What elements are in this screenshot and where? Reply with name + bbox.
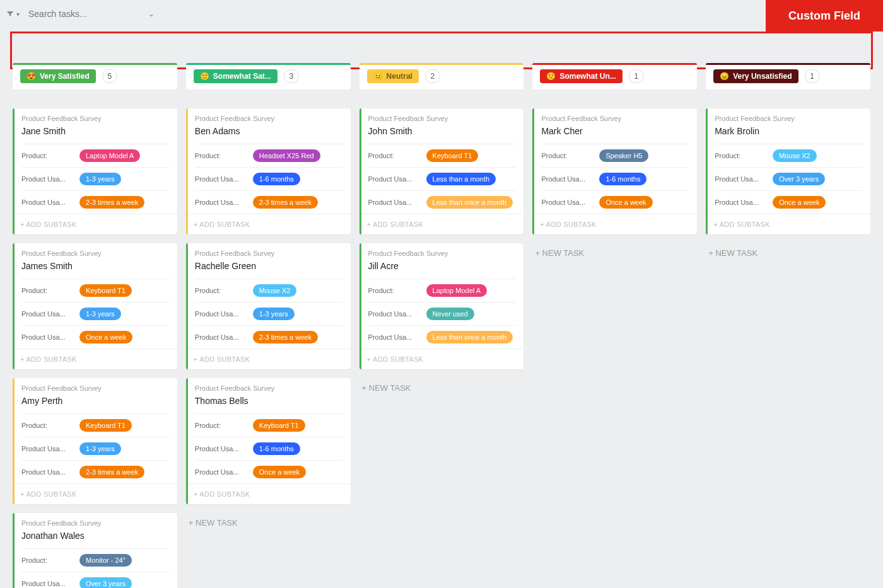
task-card[interactable]: Product Feedback SurveyThomas BellsProdu…: [186, 378, 351, 504]
field-row: Product Usa...1-3 years: [195, 302, 343, 325]
field-pill[interactable]: Monitor - 24": [79, 554, 132, 567]
column-header[interactable]: 🙂Somewhat Sat...3: [186, 63, 351, 89]
field-pill[interactable]: 1-3 years: [79, 173, 121, 185]
field-label: Product:: [368, 152, 418, 159]
field-pill[interactable]: Speaker H5: [599, 149, 648, 162]
field-pill[interactable]: 1-3 years: [253, 308, 295, 320]
card-stripe: [13, 108, 15, 234]
add-subtask-button[interactable]: + ADD SUBTASK: [13, 349, 177, 369]
add-subtask-button[interactable]: + ADD SUBTASK: [186, 214, 351, 234]
field-pill[interactable]: 2-3 times a week: [253, 331, 318, 343]
field-label: Product Usa...: [195, 445, 244, 453]
field-pill[interactable]: 1-6 months: [253, 442, 300, 455]
task-card[interactable]: Product Feedback SurveyJonathan WalesPro…: [13, 513, 177, 588]
status-pill: 🙂Somewhat Sat...: [194, 69, 278, 83]
field-pill[interactable]: Once a week: [79, 331, 132, 343]
column-header[interactable]: 🙁Somewhat Un...1: [532, 63, 697, 89]
card-body: Product Feedback SurveyMark BrolinProduc…: [706, 108, 870, 214]
field-row: Product Usa...Less than once a month: [368, 325, 517, 349]
add-subtask-button[interactable]: + ADD SUBTASK: [13, 483, 177, 504]
field-pill[interactable]: 1-3 years: [79, 442, 121, 455]
card-name: John Smith: [368, 126, 517, 136]
search-chevron-icon[interactable]: ⌄: [148, 9, 155, 18]
field-pill[interactable]: Less than once a month: [426, 196, 513, 209]
card-body: Product Feedback SurveyJill AcreProduct:…: [360, 243, 524, 349]
task-card[interactable]: Product Feedback SurveyJohn SmithProduct…: [360, 108, 524, 234]
field-label: Product Usa...: [195, 468, 244, 476]
card-stripe: [186, 243, 188, 369]
column-header[interactable]: 😠Very Unsatisfied1: [706, 63, 870, 89]
add-subtask-button[interactable]: + ADD SUBTASK: [532, 214, 697, 234]
add-subtask-button[interactable]: + ADD SUBTASK: [186, 483, 351, 504]
field-pill[interactable]: 2-3 times a week: [79, 196, 144, 209]
field-pill[interactable]: Once a week: [599, 196, 652, 209]
field-pill[interactable]: 1-6 months: [253, 173, 300, 185]
custom-field-button[interactable]: Custom Field: [766, 0, 883, 32]
status-pill: 😍Very Satisfied: [20, 69, 96, 83]
task-card[interactable]: Product Feedback SurveyAmy PerthProduct:…: [13, 378, 177, 504]
task-card[interactable]: Product Feedback SurveyBen AdamsProduct:…: [186, 108, 351, 234]
field-label: Product Usa...: [21, 445, 71, 453]
field-label: Product:: [21, 422, 71, 429]
add-subtask-button[interactable]: + ADD SUBTASK: [706, 214, 870, 234]
filter-icon[interactable]: [5, 9, 15, 19]
column-accent: [186, 63, 351, 65]
add-subtask-button[interactable]: + ADD SUBTASK: [186, 349, 351, 369]
field-pill[interactable]: 1-3 years: [79, 308, 121, 320]
task-card[interactable]: Product Feedback SurveyJane SmithProduct…: [13, 108, 177, 234]
field-label: Product Usa...: [195, 175, 244, 183]
new-task-button[interactable]: + NEW TASK: [186, 513, 351, 533]
field-pill[interactable]: Headset X25 Red: [253, 149, 320, 162]
card-body: Product Feedback SurveyMark CherProduct:…: [532, 108, 697, 214]
count-badge: 3: [284, 69, 299, 83]
search-input[interactable]: [28, 9, 123, 19]
field-pill[interactable]: 2-3 times a week: [253, 196, 318, 209]
new-task-button[interactable]: + NEW TASK: [706, 243, 870, 263]
field-pill[interactable]: 2-3 times a week: [79, 466, 144, 478]
field-pill[interactable]: Never used: [426, 308, 474, 320]
add-subtask-button[interactable]: + ADD SUBTASK: [360, 214, 524, 234]
column: 😐Neutral2Product Feedback SurveyJohn Smi…: [360, 63, 524, 398]
task-card[interactable]: Product Feedback SurveyRachelle GreenPro…: [186, 243, 351, 369]
card-survey-label: Product Feedback Survey: [21, 115, 170, 122]
field-pill[interactable]: Keyboard T1: [253, 419, 305, 432]
new-task-button[interactable]: + NEW TASK: [360, 378, 524, 398]
field-pill[interactable]: Keyboard T1: [79, 419, 132, 432]
new-task-button[interactable]: + NEW TASK: [532, 243, 697, 263]
status-emoji-icon: 😠: [720, 72, 729, 81]
field-pill[interactable]: Less than a month: [426, 173, 496, 185]
field-pill[interactable]: Less than once a month: [426, 331, 513, 343]
column-header[interactable]: 😍Very Satisfied5: [13, 63, 177, 89]
field-label: Product Usa...: [21, 175, 71, 183]
field-pill[interactable]: Over 3 years: [79, 577, 132, 588]
task-card[interactable]: Product Feedback SurveyJill AcreProduct:…: [360, 243, 524, 369]
add-subtask-button[interactable]: + ADD SUBTASK: [13, 214, 177, 234]
status-emoji-icon: 🙁: [546, 72, 556, 81]
field-pill[interactable]: Keyboard T1: [426, 149, 479, 162]
field-label: Product:: [21, 556, 71, 564]
field-pill[interactable]: Mouse X2: [253, 284, 297, 297]
field-label: Product Usa...: [195, 310, 244, 318]
card-survey-label: Product Feedback Survey: [541, 115, 689, 122]
topbar: ▾ ⌄: [0, 0, 883, 28]
column-header[interactable]: 😐Neutral2: [360, 63, 524, 89]
field-pill[interactable]: Over 3 years: [773, 173, 825, 185]
filter-chevron-icon[interactable]: ▾: [16, 11, 20, 18]
column-accent: [360, 63, 524, 65]
field-pill[interactable]: Laptop Model A: [79, 149, 140, 162]
task-card[interactable]: Product Feedback SurveyJames SmithProduc…: [13, 243, 177, 369]
add-subtask-button[interactable]: + ADD SUBTASK: [360, 349, 524, 369]
field-pill[interactable]: 1-6 months: [599, 173, 646, 185]
field-label: Product Usa...: [541, 175, 590, 183]
field-pill[interactable]: Once a week: [253, 466, 306, 478]
field-pill[interactable]: Mouse X2: [773, 149, 817, 162]
field-pill[interactable]: Once a week: [773, 196, 826, 209]
task-card[interactable]: Product Feedback SurveyMark CherProduct:…: [532, 108, 697, 234]
field-pill[interactable]: Laptop Model A: [426, 284, 487, 297]
field-pill[interactable]: Keyboard T1: [79, 284, 132, 297]
field-label: Product Usa...: [368, 310, 418, 318]
card-body: Product Feedback SurveyJonathan WalesPro…: [13, 513, 177, 588]
task-card[interactable]: Product Feedback SurveyMark BrolinProduc…: [706, 108, 870, 234]
status-label: Very Satisfied: [40, 72, 90, 81]
card-body: Product Feedback SurveyAmy PerthProduct:…: [13, 378, 177, 483]
